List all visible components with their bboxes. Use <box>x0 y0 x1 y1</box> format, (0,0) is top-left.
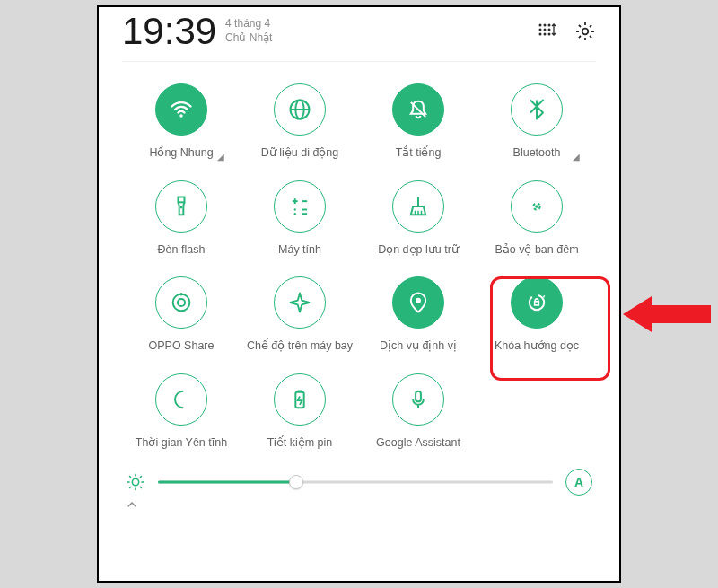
tile-moon[interactable]: Thời gian Yên tĩnh <box>122 373 241 463</box>
broom-icon <box>392 180 444 233</box>
tile-wifi[interactable]: Hồng Nhung◢ <box>122 83 241 173</box>
auto-brightness-label: A <box>574 475 583 489</box>
bell-off-icon <box>392 83 444 136</box>
date-line2: Chủ Nhật <box>225 31 272 46</box>
tile-label: Dịch vụ định vị <box>380 339 457 354</box>
tile-label: Máy tính <box>278 243 321 258</box>
tile-battery-saver[interactable]: Tiết kiệm pin <box>241 373 359 463</box>
tile-rotation-lock[interactable]: Khóa hướng dọc <box>477 276 596 366</box>
wifi-icon <box>155 83 207 136</box>
share-icon <box>155 276 207 329</box>
airplane-icon <box>274 276 326 329</box>
tile-expand-arrow-icon[interactable]: ◢ <box>573 152 580 162</box>
tile-expand-arrow-icon[interactable]: ◢ <box>217 152 224 162</box>
tile-label: Google Assistant <box>376 436 460 451</box>
tile-flashlight[interactable]: Đèn flash <box>122 180 241 270</box>
calculator-icon <box>274 180 326 233</box>
brightness-sun-icon <box>126 472 145 492</box>
tile-label: Bảo vệ ban đêm <box>495 243 578 258</box>
quick-settings-grid: Hồng Nhung◢Dữ liệu di độngTắt tiếngBluet… <box>122 83 596 463</box>
date-block: 4 tháng 4 Chủ Nhật <box>225 17 272 45</box>
tile-bell-off[interactable]: Tắt tiếng <box>359 83 477 173</box>
brightness-row: A <box>122 469 596 496</box>
tile-eye-protect[interactable]: Bảo vệ ban đêm <box>477 180 596 270</box>
svg-marker-47 <box>623 296 711 332</box>
tile-calculator[interactable]: Máy tính <box>241 180 359 270</box>
annotation-arrow-icon <box>623 289 713 339</box>
tile-label: Chế độ trên máy bay <box>247 339 353 354</box>
clock: 19:39 <box>122 13 216 50</box>
brightness-slider[interactable] <box>158 473 553 491</box>
flashlight-icon <box>155 180 207 233</box>
settings-gear-icon[interactable] <box>574 21 596 42</box>
eye-protect-icon <box>511 180 563 233</box>
tile-label: OPPO Share <box>149 339 215 354</box>
tile-label: Thời gian Yên tĩnh <box>136 436 227 451</box>
location-icon <box>392 276 444 329</box>
tile-label: Tắt tiếng <box>396 146 442 161</box>
mic-icon <box>392 373 444 426</box>
expand-handle-icon[interactable] <box>122 496 596 517</box>
tile-broom[interactable]: Dọn dẹp lưu trữ <box>359 180 477 270</box>
tile-label: Đèn flash <box>158 243 206 258</box>
rotation-lock-icon <box>511 276 563 329</box>
tile-label: Dọn dẹp lưu trữ <box>378 243 459 258</box>
auto-brightness-button[interactable]: A <box>565 469 592 496</box>
status-bar: 19:39 4 tháng 4 Chủ Nhật <box>122 7 596 62</box>
phone-screen-frame: 19:39 4 tháng 4 Chủ Nhật Hồng Nhung◢Dữ l… <box>97 5 621 583</box>
edit-tiles-icon[interactable] <box>537 21 558 42</box>
tile-label: Hồng Nhung <box>149 146 213 161</box>
tile-location[interactable]: Dịch vụ định vị <box>359 276 477 366</box>
tile-label: Khóa hướng dọc <box>495 339 579 354</box>
globe-icon <box>274 83 326 136</box>
tile-label: Bluetooth <box>513 146 561 161</box>
tile-share[interactable]: OPPO Share <box>122 276 241 366</box>
battery-saver-icon <box>274 373 326 426</box>
tile-globe[interactable]: Dữ liệu di động <box>241 83 359 173</box>
bluetooth-icon <box>511 83 563 136</box>
tile-airplane[interactable]: Chế độ trên máy bay <box>241 276 359 366</box>
moon-icon <box>155 373 207 426</box>
tile-bluetooth[interactable]: Bluetooth◢ <box>477 83 596 173</box>
tile-label: Tiết kiệm pin <box>267 436 333 451</box>
tile-label: Dữ liệu di động <box>261 146 339 161</box>
tile-mic[interactable]: Google Assistant <box>359 373 477 463</box>
date-line1: 4 tháng 4 <box>225 17 272 31</box>
